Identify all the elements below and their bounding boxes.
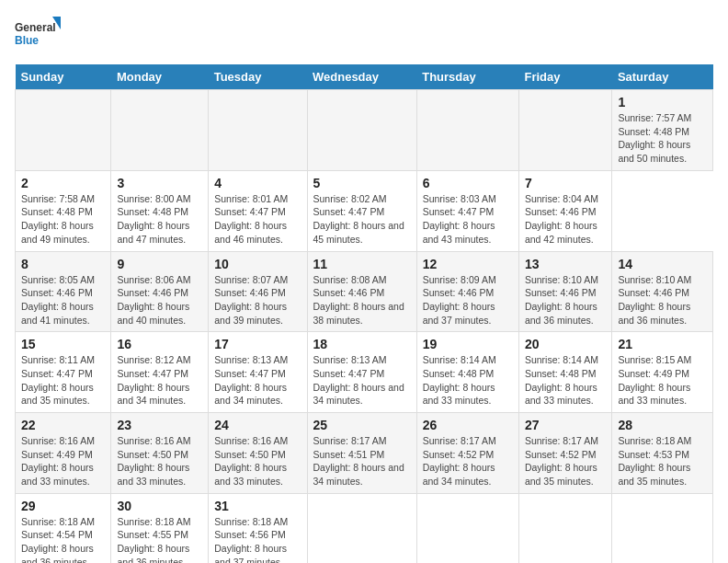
day-number: 8 — [21, 257, 105, 271]
day-cell-13: 13Sunrise: 8:10 AMSunset: 4:46 PMDayligh… — [518, 251, 611, 332]
day-cell-18: 18Sunrise: 8:13 AMSunset: 4:47 PMDayligh… — [307, 332, 416, 413]
day-number: 17 — [214, 337, 301, 351]
day-cell-4: 4Sunrise: 8:01 AMSunset: 4:47 PMDaylight… — [209, 170, 307, 251]
day-cell-28: 28Sunrise: 8:18 AMSunset: 4:53 PMDayligh… — [612, 413, 713, 494]
day-cell-10: 10Sunrise: 8:07 AMSunset: 4:46 PMDayligh… — [209, 251, 307, 332]
day-cell-11: 11Sunrise: 8:08 AMSunset: 4:46 PMDayligh… — [307, 251, 416, 332]
day-number: 13 — [525, 257, 606, 271]
day-number: 2 — [21, 176, 105, 190]
day-number: 20 — [525, 337, 606, 351]
day-cell-3: 3Sunrise: 8:00 AMSunset: 4:48 PMDaylight… — [111, 170, 209, 251]
day-info: Sunrise: 8:09 AMSunset: 4:46 PMDaylight:… — [423, 273, 513, 327]
day-info: Sunrise: 8:18 AMSunset: 4:55 PMDaylight:… — [117, 515, 202, 563]
logo-svg: General Blue — [15, 15, 61, 53]
day-info: Sunrise: 8:13 AMSunset: 4:47 PMDaylight:… — [313, 353, 411, 408]
day-cell-8: 8Sunrise: 8:05 AMSunset: 4:46 PMDaylight… — [16, 251, 111, 332]
day-cell-12: 12Sunrise: 8:09 AMSunset: 4:46 PMDayligh… — [416, 251, 518, 332]
day-number: 16 — [117, 337, 202, 351]
day-number: 7 — [525, 176, 606, 190]
day-info: Sunrise: 8:01 AMSunset: 4:47 PMDaylight:… — [214, 192, 301, 247]
header-wednesday: Wednesday — [307, 64, 416, 90]
day-info: Sunrise: 8:16 AMSunset: 4:49 PMDaylight:… — [21, 434, 105, 488]
day-cell-19: 19Sunrise: 8:14 AMSunset: 4:48 PMDayligh… — [416, 332, 518, 413]
header-thursday: Thursday — [416, 64, 518, 90]
day-number: 29 — [21, 499, 105, 513]
header-tuesday: Tuesday — [209, 64, 307, 90]
empty-cell — [16, 90, 111, 171]
day-info: Sunrise: 8:02 AMSunset: 4:47 PMDaylight:… — [313, 192, 411, 247]
header-monday: Monday — [111, 64, 209, 90]
day-cell-24: 24Sunrise: 8:16 AMSunset: 4:50 PMDayligh… — [209, 413, 307, 494]
day-cell-25: 25Sunrise: 8:17 AMSunset: 4:51 PMDayligh… — [307, 413, 416, 494]
day-info: Sunrise: 8:03 AMSunset: 4:47 PMDaylight:… — [423, 192, 513, 247]
day-number: 12 — [423, 257, 513, 271]
day-cell-21: 21Sunrise: 8:15 AMSunset: 4:49 PMDayligh… — [612, 332, 713, 413]
week-row-2: 8Sunrise: 8:05 AMSunset: 4:46 PMDaylight… — [16, 251, 713, 332]
day-number: 11 — [313, 257, 411, 271]
day-info: Sunrise: 8:04 AMSunset: 4:46 PMDaylight:… — [525, 192, 606, 247]
day-number: 31 — [214, 499, 301, 513]
day-info: Sunrise: 8:16 AMSunset: 4:50 PMDaylight:… — [117, 434, 202, 488]
week-row-4: 22Sunrise: 8:16 AMSunset: 4:49 PMDayligh… — [16, 413, 713, 494]
day-cell-29: 29Sunrise: 8:18 AMSunset: 4:54 PMDayligh… — [16, 493, 111, 563]
day-number: 24 — [214, 418, 301, 432]
day-info: Sunrise: 8:12 AMSunset: 4:47 PMDaylight:… — [117, 353, 202, 408]
day-info: Sunrise: 8:13 AMSunset: 4:47 PMDaylight:… — [214, 353, 301, 408]
day-info: Sunrise: 8:17 AMSunset: 4:52 PMDaylight:… — [525, 434, 606, 488]
day-number: 18 — [313, 337, 411, 351]
empty-cell — [612, 493, 713, 563]
day-info: Sunrise: 8:18 AMSunset: 4:53 PMDaylight:… — [618, 434, 707, 488]
day-info: Sunrise: 7:57 AMSunset: 4:48 PMDaylight:… — [618, 111, 707, 166]
header-friday: Friday — [518, 64, 611, 90]
empty-cell — [416, 90, 518, 171]
day-cell-16: 16Sunrise: 8:12 AMSunset: 4:47 PMDayligh… — [111, 332, 209, 413]
day-number: 30 — [117, 499, 202, 513]
day-cell-31: 31Sunrise: 8:18 AMSunset: 4:56 PMDayligh… — [209, 493, 307, 563]
header-saturday: Saturday — [612, 64, 713, 90]
day-number: 6 — [423, 176, 513, 190]
day-number: 19 — [423, 337, 513, 351]
day-number: 27 — [525, 418, 606, 432]
week-row-5: 29Sunrise: 8:18 AMSunset: 4:54 PMDayligh… — [16, 493, 713, 563]
day-cell-1: 1Sunrise: 7:57 AMSunset: 4:48 PMDaylight… — [612, 90, 713, 171]
svg-text:Blue: Blue — [15, 34, 39, 47]
week-row-3: 15Sunrise: 8:11 AMSunset: 4:47 PMDayligh… — [16, 332, 713, 413]
day-cell-30: 30Sunrise: 8:18 AMSunset: 4:55 PMDayligh… — [111, 493, 209, 563]
day-number: 5 — [313, 176, 411, 190]
day-cell-6: 6Sunrise: 8:03 AMSunset: 4:47 PMDaylight… — [416, 170, 518, 251]
day-cell-26: 26Sunrise: 8:17 AMSunset: 4:52 PMDayligh… — [416, 413, 518, 494]
week-row-1: 2Sunrise: 7:58 AMSunset: 4:48 PMDaylight… — [16, 170, 713, 251]
day-info: Sunrise: 8:10 AMSunset: 4:46 PMDaylight:… — [525, 273, 606, 327]
day-info: Sunrise: 8:15 AMSunset: 4:49 PMDaylight:… — [618, 353, 707, 408]
calendar-body: 1Sunrise: 7:57 AMSunset: 4:48 PMDaylight… — [16, 90, 713, 564]
day-info: Sunrise: 8:14 AMSunset: 4:48 PMDaylight:… — [423, 353, 513, 408]
header: General Blue — [15, 15, 713, 53]
day-number: 15 — [21, 337, 105, 351]
day-cell-9: 9Sunrise: 8:06 AMSunset: 4:46 PMDaylight… — [111, 251, 209, 332]
day-info: Sunrise: 7:58 AMSunset: 4:48 PMDaylight:… — [21, 192, 105, 247]
day-info: Sunrise: 8:18 AMSunset: 4:56 PMDaylight:… — [214, 515, 301, 563]
day-number: 23 — [117, 418, 202, 432]
day-info: Sunrise: 8:05 AMSunset: 4:46 PMDaylight:… — [21, 273, 105, 327]
day-number: 10 — [214, 257, 301, 271]
day-cell-27: 27Sunrise: 8:17 AMSunset: 4:52 PMDayligh… — [518, 413, 611, 494]
day-info: Sunrise: 8:10 AMSunset: 4:46 PMDaylight:… — [618, 273, 707, 327]
day-info: Sunrise: 8:11 AMSunset: 4:47 PMDaylight:… — [21, 353, 105, 408]
day-info: Sunrise: 8:08 AMSunset: 4:46 PMDaylight:… — [313, 273, 411, 327]
calendar-table: SundayMondayTuesdayWednesdayThursdayFrid… — [15, 64, 713, 563]
day-number: 21 — [618, 337, 707, 351]
logo: General Blue — [15, 15, 61, 53]
empty-cell — [209, 90, 307, 171]
day-number: 26 — [423, 418, 513, 432]
day-cell-15: 15Sunrise: 8:11 AMSunset: 4:47 PMDayligh… — [16, 332, 111, 413]
day-info: Sunrise: 8:14 AMSunset: 4:48 PMDaylight:… — [525, 353, 606, 408]
svg-text:General: General — [15, 21, 56, 34]
empty-cell — [111, 90, 209, 171]
day-info: Sunrise: 8:07 AMSunset: 4:46 PMDaylight:… — [214, 273, 301, 327]
day-info: Sunrise: 8:00 AMSunset: 4:48 PMDaylight:… — [117, 192, 202, 247]
day-number: 3 — [117, 176, 202, 190]
day-cell-20: 20Sunrise: 8:14 AMSunset: 4:48 PMDayligh… — [518, 332, 611, 413]
day-cell-7: 7Sunrise: 8:04 AMSunset: 4:46 PMDaylight… — [518, 170, 611, 251]
empty-cell — [518, 493, 611, 563]
day-number: 9 — [117, 257, 202, 271]
